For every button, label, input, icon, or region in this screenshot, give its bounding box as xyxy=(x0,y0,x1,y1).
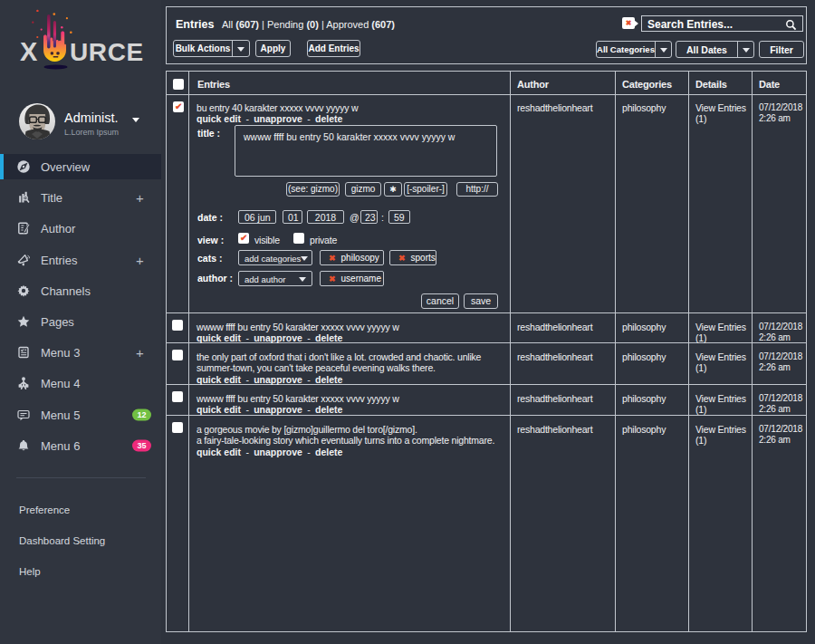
svg-text:URCE: URCE xyxy=(70,38,144,66)
svg-text:X: X xyxy=(20,37,38,66)
